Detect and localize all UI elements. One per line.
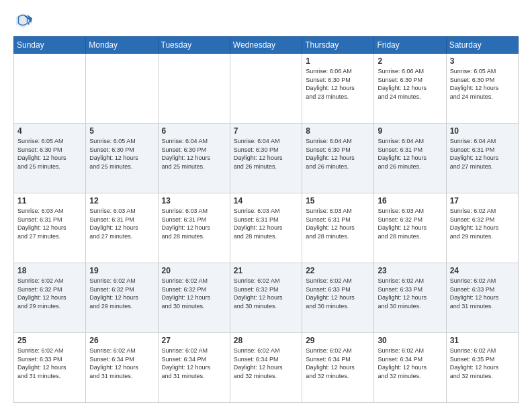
calendar-cell: 15Sunrise: 6:03 AM Sunset: 6:31 PM Dayli…	[302, 193, 374, 263]
day-info: Sunrise: 6:04 AM Sunset: 6:30 PM Dayligh…	[306, 137, 370, 171]
day-info: Sunrise: 6:02 AM Sunset: 6:34 PM Dayligh…	[89, 347, 154, 380]
calendar-cell	[86, 54, 158, 124]
day-number: 21	[234, 266, 298, 275]
day-number: 19	[89, 266, 154, 275]
calendar-cell: 8Sunrise: 6:04 AM Sunset: 6:30 PM Daylig…	[302, 124, 374, 193]
day-info: Sunrise: 6:02 AM Sunset: 6:32 PM Dayligh…	[89, 277, 154, 310]
day-info: Sunrise: 6:04 AM Sunset: 6:30 PM Dayligh…	[162, 137, 226, 171]
calendar-cell: 20Sunrise: 6:02 AM Sunset: 6:32 PM Dayli…	[158, 263, 230, 333]
calendar-cell: 13Sunrise: 6:03 AM Sunset: 6:31 PM Dayli…	[158, 193, 230, 263]
day-number: 25	[17, 336, 82, 345]
day-info: Sunrise: 6:02 AM Sunset: 6:33 PM Dayligh…	[306, 277, 370, 310]
calendar-cell: 23Sunrise: 6:02 AM Sunset: 6:33 PM Dayli…	[374, 263, 446, 333]
page: SundayMondayTuesdayWednesdayThursdayFrid…	[0, 0, 532, 411]
logo-icon	[13, 11, 32, 30]
weekday-header: Sunday	[14, 37, 86, 54]
calendar-cell: 17Sunrise: 6:02 AM Sunset: 6:32 PM Dayli…	[446, 193, 518, 263]
day-number: 10	[450, 126, 515, 136]
day-number: 24	[450, 266, 515, 275]
calendar-week-row: 11Sunrise: 6:03 AM Sunset: 6:31 PM Dayli…	[14, 193, 519, 263]
calendar-cell: 7Sunrise: 6:04 AM Sunset: 6:30 PM Daylig…	[230, 124, 302, 193]
calendar-cell: 12Sunrise: 6:03 AM Sunset: 6:31 PM Dayli…	[86, 193, 158, 263]
day-number: 5	[89, 126, 154, 136]
calendar-cell: 10Sunrise: 6:04 AM Sunset: 6:31 PM Dayli…	[446, 124, 518, 193]
day-number: 3	[450, 56, 515, 66]
day-number: 9	[378, 126, 442, 136]
day-info: Sunrise: 6:03 AM Sunset: 6:31 PM Dayligh…	[162, 207, 226, 240]
calendar-cell: 6Sunrise: 6:04 AM Sunset: 6:30 PM Daylig…	[158, 124, 230, 193]
calendar-cell: 31Sunrise: 6:02 AM Sunset: 6:35 PM Dayli…	[446, 333, 518, 403]
day-info: Sunrise: 6:02 AM Sunset: 6:32 PM Dayligh…	[234, 277, 298, 310]
day-info: Sunrise: 6:04 AM Sunset: 6:30 PM Dayligh…	[234, 137, 298, 171]
calendar-cell: 3Sunrise: 6:05 AM Sunset: 6:30 PM Daylig…	[446, 54, 518, 124]
weekday-header: Monday	[86, 37, 158, 54]
day-info: Sunrise: 6:06 AM Sunset: 6:30 PM Dayligh…	[378, 67, 442, 101]
calendar-cell: 14Sunrise: 6:03 AM Sunset: 6:31 PM Dayli…	[230, 193, 302, 263]
day-info: Sunrise: 6:02 AM Sunset: 6:33 PM Dayligh…	[378, 277, 442, 310]
day-number: 1	[306, 56, 370, 66]
day-number: 26	[89, 336, 154, 345]
day-number: 22	[306, 266, 370, 275]
calendar-cell: 24Sunrise: 6:02 AM Sunset: 6:33 PM Dayli…	[446, 263, 518, 333]
calendar-cell: 26Sunrise: 6:02 AM Sunset: 6:34 PM Dayli…	[86, 333, 158, 403]
weekday-header: Tuesday	[158, 37, 230, 54]
day-number: 17	[450, 196, 515, 205]
calendar-week-row: 25Sunrise: 6:02 AM Sunset: 6:33 PM Dayli…	[14, 333, 519, 403]
calendar-cell: 19Sunrise: 6:02 AM Sunset: 6:32 PM Dayli…	[86, 263, 158, 333]
calendar-cell: 16Sunrise: 6:03 AM Sunset: 6:32 PM Dayli…	[374, 193, 446, 263]
day-info: Sunrise: 6:05 AM Sunset: 6:30 PM Dayligh…	[450, 67, 515, 101]
day-number: 31	[450, 336, 515, 345]
day-info: Sunrise: 6:05 AM Sunset: 6:30 PM Dayligh…	[17, 137, 82, 171]
day-info: Sunrise: 6:02 AM Sunset: 6:33 PM Dayligh…	[17, 347, 82, 380]
calendar-cell: 28Sunrise: 6:02 AM Sunset: 6:34 PM Dayli…	[230, 333, 302, 403]
day-number: 14	[234, 196, 298, 205]
calendar-cell	[14, 54, 86, 124]
day-number: 29	[306, 336, 370, 345]
day-info: Sunrise: 6:02 AM Sunset: 6:32 PM Dayligh…	[17, 277, 82, 310]
calendar-week-row: 1Sunrise: 6:06 AM Sunset: 6:30 PM Daylig…	[14, 54, 519, 124]
weekday-header: Wednesday	[230, 37, 302, 54]
day-number: 18	[17, 266, 82, 275]
day-info: Sunrise: 6:04 AM Sunset: 6:31 PM Dayligh…	[378, 137, 442, 171]
day-number: 12	[89, 196, 154, 205]
day-number: 15	[306, 196, 370, 205]
day-info: Sunrise: 6:03 AM Sunset: 6:31 PM Dayligh…	[234, 207, 298, 240]
weekday-header: Friday	[374, 37, 446, 54]
weekday-header: Thursday	[302, 37, 374, 54]
day-number: 20	[162, 266, 226, 275]
day-info: Sunrise: 6:03 AM Sunset: 6:31 PM Dayligh…	[89, 207, 154, 240]
day-number: 7	[234, 126, 298, 136]
day-number: 27	[162, 336, 226, 345]
day-info: Sunrise: 6:05 AM Sunset: 6:30 PM Dayligh…	[89, 137, 154, 171]
calendar-cell: 27Sunrise: 6:02 AM Sunset: 6:34 PM Dayli…	[158, 333, 230, 403]
day-info: Sunrise: 6:02 AM Sunset: 6:34 PM Dayligh…	[234, 347, 298, 380]
day-number: 8	[306, 126, 370, 136]
day-info: Sunrise: 6:02 AM Sunset: 6:34 PM Dayligh…	[378, 347, 442, 380]
header	[13, 11, 519, 30]
calendar-cell: 18Sunrise: 6:02 AM Sunset: 6:32 PM Dayli…	[14, 263, 86, 333]
calendar-cell: 21Sunrise: 6:02 AM Sunset: 6:32 PM Dayli…	[230, 263, 302, 333]
day-number: 16	[378, 196, 442, 205]
day-number: 28	[234, 336, 298, 345]
calendar-cell: 4Sunrise: 6:05 AM Sunset: 6:30 PM Daylig…	[14, 124, 86, 193]
day-number: 4	[17, 126, 82, 136]
day-number: 30	[378, 336, 442, 345]
logo	[13, 11, 35, 30]
day-number: 6	[162, 126, 226, 136]
day-info: Sunrise: 6:03 AM Sunset: 6:31 PM Dayligh…	[306, 207, 370, 240]
day-number: 2	[378, 56, 442, 66]
calendar-cell: 2Sunrise: 6:06 AM Sunset: 6:30 PM Daylig…	[374, 54, 446, 124]
calendar-week-row: 4Sunrise: 6:05 AM Sunset: 6:30 PM Daylig…	[14, 124, 519, 193]
calendar-cell: 1Sunrise: 6:06 AM Sunset: 6:30 PM Daylig…	[302, 54, 374, 124]
calendar-cell: 5Sunrise: 6:05 AM Sunset: 6:30 PM Daylig…	[86, 124, 158, 193]
day-info: Sunrise: 6:06 AM Sunset: 6:30 PM Dayligh…	[306, 67, 370, 101]
calendar-week-row: 18Sunrise: 6:02 AM Sunset: 6:32 PM Dayli…	[14, 263, 519, 333]
calendar-table: SundayMondayTuesdayWednesdayThursdayFrid…	[13, 36, 519, 403]
day-info: Sunrise: 6:02 AM Sunset: 6:34 PM Dayligh…	[162, 347, 226, 380]
calendar-cell: 11Sunrise: 6:03 AM Sunset: 6:31 PM Dayli…	[14, 193, 86, 263]
calendar-cell: 22Sunrise: 6:02 AM Sunset: 6:33 PM Dayli…	[302, 263, 374, 333]
calendar-cell: 29Sunrise: 6:02 AM Sunset: 6:34 PM Dayli…	[302, 333, 374, 403]
day-info: Sunrise: 6:02 AM Sunset: 6:32 PM Dayligh…	[162, 277, 226, 310]
calendar-header-row: SundayMondayTuesdayWednesdayThursdayFrid…	[14, 37, 519, 54]
day-number: 23	[378, 266, 442, 275]
